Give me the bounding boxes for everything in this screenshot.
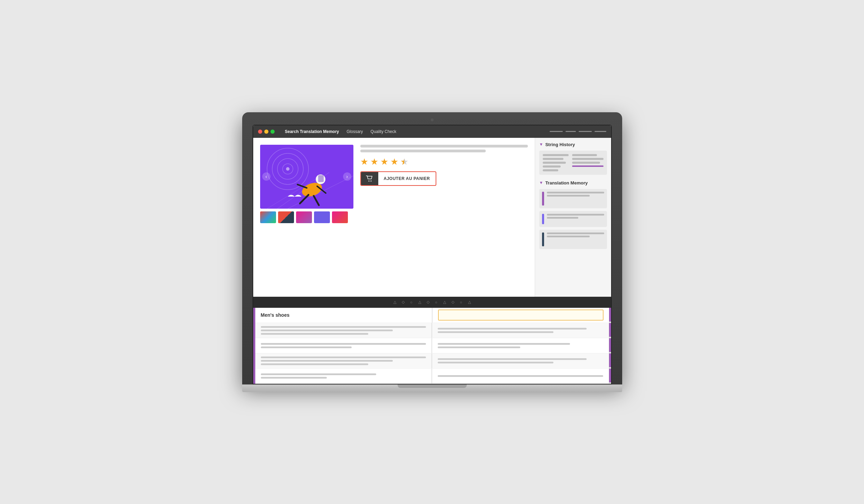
maximize-button[interactable] bbox=[270, 130, 275, 134]
tm-item-1[interactable] bbox=[539, 189, 607, 208]
source-cell-4 bbox=[255, 369, 433, 383]
toolbar-line-4 bbox=[595, 131, 606, 132]
translation-cell-3 bbox=[432, 353, 609, 368]
thumbnail-4[interactable] bbox=[314, 211, 330, 223]
star-1: ★ bbox=[360, 156, 368, 167]
table-row-2 bbox=[255, 338, 609, 353]
tm-line-2 bbox=[547, 195, 590, 197]
source-header-text: Men's shoes bbox=[261, 312, 289, 318]
star-3: ★ bbox=[380, 156, 388, 167]
tm-line-1 bbox=[547, 192, 604, 193]
cart-icon-box bbox=[361, 172, 378, 185]
next-image-button[interactable]: › bbox=[343, 172, 351, 181]
star-5: ★★ bbox=[400, 156, 408, 167]
thumbnail-1[interactable] bbox=[260, 211, 276, 223]
toolbar-icon-9[interactable]: ○ bbox=[459, 300, 464, 305]
cell-lines-2 bbox=[261, 343, 426, 348]
cell-line-1a bbox=[261, 326, 426, 328]
toolbar-icon-8[interactable]: ◇ bbox=[450, 300, 455, 305]
thumbnail-3[interactable] bbox=[296, 211, 312, 223]
thumbnail-5[interactable] bbox=[332, 211, 348, 223]
table-row-1 bbox=[255, 323, 609, 338]
string-history-section: ▼ String History bbox=[539, 142, 607, 175]
thumbnail-2[interactable] bbox=[278, 211, 294, 223]
sh-highlight bbox=[572, 165, 604, 167]
cell-line-1b bbox=[261, 330, 393, 331]
laptop-base bbox=[242, 384, 622, 392]
sh-line-5 bbox=[543, 169, 558, 171]
tm-line-6 bbox=[547, 236, 590, 237]
translation-input[interactable] bbox=[438, 310, 604, 321]
star-4: ★ bbox=[390, 156, 398, 167]
tm-bar-1 bbox=[542, 192, 544, 206]
menu-quality-check[interactable]: Quality Check bbox=[371, 129, 397, 134]
cart-icon bbox=[366, 175, 373, 182]
cell-line-1c bbox=[261, 333, 368, 335]
tm-lines-3 bbox=[547, 232, 604, 237]
product-main-image: ‹ › bbox=[260, 145, 353, 209]
cell-lines-t3 bbox=[438, 358, 603, 363]
toolbar-icon-1[interactable]: △ bbox=[392, 300, 397, 305]
sh-line-2 bbox=[543, 158, 563, 160]
cell-lines-t4 bbox=[438, 375, 603, 377]
sh-line-3 bbox=[543, 162, 566, 164]
laptop-screen: Search Translation Memory Glossary Quali… bbox=[253, 125, 612, 384]
tm-line-4 bbox=[547, 217, 578, 219]
toolbar-icon-7[interactable]: △ bbox=[442, 300, 447, 305]
menu-bar: Search Translation Memory Glossary Quali… bbox=[285, 129, 397, 134]
tm-line-5 bbox=[547, 232, 604, 234]
star-2: ★ bbox=[370, 156, 378, 167]
svg-point-5 bbox=[286, 167, 289, 171]
detail-line-2 bbox=[360, 150, 486, 152]
tm-item-3[interactable] bbox=[539, 230, 607, 249]
bottom-toolbar: △ ◇ ○ △ ◇ ○ △ ◇ ○ △ bbox=[253, 297, 611, 308]
svg-point-16 bbox=[368, 180, 369, 181]
svg-point-17 bbox=[370, 180, 371, 181]
toolbar-icon-4[interactable]: △ bbox=[417, 300, 422, 305]
menu-search-translation[interactable]: Search Translation Memory bbox=[285, 129, 339, 134]
product-details: ★ ★ ★ ★ ★★ bbox=[360, 145, 528, 223]
prev-image-button[interactable]: ‹ bbox=[262, 172, 270, 181]
sh-line-4 bbox=[543, 165, 561, 168]
screen-content: ‹ › bbox=[253, 138, 611, 297]
cell-line-4b bbox=[261, 377, 327, 379]
toolbar-icon-6[interactable]: ○ bbox=[434, 300, 439, 305]
laptop-body: Search Translation Memory Glossary Quali… bbox=[242, 112, 622, 384]
source-cell-2 bbox=[255, 338, 433, 353]
source-header-cell: Men's shoes bbox=[255, 308, 433, 323]
toolbar-icon-10[interactable]: △ bbox=[467, 300, 472, 305]
translation-header-cell[interactable] bbox=[433, 308, 609, 323]
translation-memory-header: ▼ Translation Memory bbox=[539, 180, 607, 186]
translation-cell-2 bbox=[432, 338, 609, 353]
string-history-content bbox=[539, 151, 607, 175]
table-row-3 bbox=[255, 353, 609, 369]
star-rating: ★ ★ ★ ★ ★★ bbox=[360, 156, 528, 167]
menu-glossary[interactable]: Glossary bbox=[346, 129, 363, 134]
tm-line-3 bbox=[547, 214, 604, 216]
cart-label: AJOUTER AU PANIER bbox=[378, 173, 436, 184]
tm-items bbox=[539, 189, 607, 249]
toolbar-icon-5[interactable]: ◇ bbox=[426, 300, 430, 305]
toolbar-icon-2[interactable]: ◇ bbox=[401, 300, 406, 305]
laptop-container: Search Translation Memory Glossary Quali… bbox=[242, 112, 622, 392]
close-button[interactable] bbox=[258, 130, 262, 134]
toolbar-line-2 bbox=[566, 131, 576, 132]
add-to-cart-button[interactable]: AJOUTER AU PANIER bbox=[360, 171, 436, 186]
chevron-icon: ▼ bbox=[539, 142, 543, 147]
toolbar-icon-3[interactable]: ○ bbox=[409, 300, 414, 305]
cell-line-3c bbox=[261, 363, 368, 365]
sh-right-1 bbox=[572, 154, 597, 156]
cell-line-t3b bbox=[438, 362, 553, 363]
tm-item-2[interactable] bbox=[539, 211, 607, 227]
cell-line-2a bbox=[261, 343, 426, 345]
tm-chevron-icon: ▼ bbox=[539, 180, 543, 185]
minimize-button[interactable] bbox=[264, 130, 268, 134]
cell-line-t1a bbox=[438, 328, 587, 330]
product-image-section: ‹ › bbox=[260, 145, 353, 223]
tm-bar-2 bbox=[542, 214, 544, 224]
cell-line-3a bbox=[261, 356, 426, 358]
tm-bar-3 bbox=[542, 232, 544, 246]
cell-line-4a bbox=[261, 373, 377, 375]
traffic-lights bbox=[258, 130, 275, 134]
string-history-title: String History bbox=[545, 142, 575, 147]
